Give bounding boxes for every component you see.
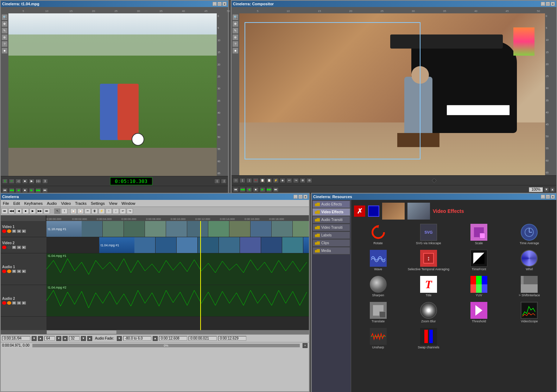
comp-p2-4[interactable]: ■ xyxy=(253,187,259,192)
resources-maximize-btn[interactable]: □ xyxy=(546,195,550,199)
video2-vol-btn[interactable]: ◂ xyxy=(17,246,21,249)
menu-tracks[interactable]: Tracks xyxy=(73,201,89,206)
hscroll-track[interactable] xyxy=(46,330,309,334)
source-btn-end[interactable]: ⟫ xyxy=(42,179,48,184)
tb-delete[interactable]: 🗑 xyxy=(91,208,98,214)
timeline-minimize-btn[interactable]: _ xyxy=(293,195,298,199)
effect-selective-item[interactable]: ↕ Selective Temporal Averaging xyxy=(404,248,452,272)
compositor-close-btn[interactable]: × xyxy=(551,2,555,6)
effect-threshold-item[interactable]: Threshold xyxy=(455,301,503,324)
menu-edit[interactable]: Edit xyxy=(11,201,22,206)
src-p2-5[interactable]: ▶ xyxy=(29,188,34,193)
src-p2-2[interactable]: ◀◀ xyxy=(9,188,14,193)
comp-p2-7[interactable]: ⏭ xyxy=(273,187,279,192)
comp-btn-1[interactable]: ⊙ xyxy=(233,178,239,183)
tb-prev[interactable]: ◀◀ xyxy=(8,208,15,214)
audio1-vol-btn[interactable]: ◂ xyxy=(17,270,21,273)
comp-btn-12[interactable]: ⊖ xyxy=(306,178,312,183)
res-hdr-blue-item[interactable] xyxy=(368,206,379,217)
comp-btn-4[interactable]: ✂ xyxy=(253,178,259,183)
tb-arrow-tool[interactable]: ↖ xyxy=(54,208,61,214)
effect-title-item[interactable]: T Title xyxy=(404,274,452,298)
tb-overwrite[interactable]: ↓ xyxy=(113,208,119,214)
effect-whirl-item[interactable]: Whirl xyxy=(505,248,553,272)
effect-timefront-item[interactable]: TimeFront xyxy=(455,248,503,272)
category-audio-effects[interactable]: Audio Effects xyxy=(312,201,350,208)
source-btn-play[interactable]: ▶ xyxy=(29,179,34,184)
comp-btn-7[interactable]: ⚡ xyxy=(273,178,279,183)
timeline-maximize-btn[interactable]: □ xyxy=(298,195,303,199)
video1-clip[interactable]: t1.18.mpg #1 xyxy=(46,221,309,237)
zoom2-up[interactable]: ▲ xyxy=(87,336,92,341)
effect-zoomblur-item[interactable]: Zoom Blur xyxy=(404,301,452,324)
tool-move[interactable]: ✥ xyxy=(1,21,8,27)
menu-video[interactable]: Video xyxy=(59,201,73,206)
menu-window[interactable]: Window xyxy=(119,201,137,206)
tool-extra[interactable]: ■ xyxy=(1,48,8,54)
tool-select[interactable]: ⊕ xyxy=(1,34,8,40)
effect-scale-item[interactable]: Scale xyxy=(455,222,503,246)
comp-tool-zoom[interactable]: 🔍 xyxy=(232,14,239,20)
tb-copy[interactable]: 📋 xyxy=(70,208,77,214)
audio1-clip[interactable]: t1.04.mpg #1 xyxy=(46,253,309,285)
duration-down[interactable]: ▼ xyxy=(32,336,37,341)
comp-tool-select[interactable]: ⊕ xyxy=(232,34,239,40)
tb-back[interactable]: ◀ xyxy=(15,208,22,214)
menu-keyframes[interactable]: Keyframes xyxy=(22,201,45,206)
video2-record-btn[interactable] xyxy=(2,246,6,249)
comp-tool-extra[interactable]: ■ xyxy=(232,48,239,54)
effect-translate-item[interactable]: Translate xyxy=(354,301,402,324)
resources-close-btn[interactable]: × xyxy=(551,195,555,199)
effect-timeavg-item[interactable]: Time Average xyxy=(505,222,553,246)
menu-settings[interactable]: Settings xyxy=(89,201,107,206)
comp-btn-9[interactable]: ↩ xyxy=(286,178,292,183)
video1-record-btn[interactable] xyxy=(2,229,6,233)
comp-btn-2[interactable]: ⌊ xyxy=(240,178,245,183)
comp-btn-8[interactable]: ◈ xyxy=(280,178,285,183)
res-hdr-preview1-item[interactable] xyxy=(382,203,405,220)
audio2-expand-btn[interactable]: ⊞ xyxy=(12,301,16,305)
comp-btn-11[interactable]: ⊕ xyxy=(300,178,305,183)
source-btn-frame-back[interactable]: ◁ xyxy=(15,179,21,184)
audio2-track-content[interactable]: t1.04.mpg #2 xyxy=(46,285,309,317)
fade-up[interactable]: ▲ xyxy=(153,336,158,341)
audio1-record-btn[interactable] xyxy=(2,270,6,273)
tb-ibeam-tool[interactable]: I xyxy=(61,208,68,214)
audio1-mute-btn[interactable] xyxy=(7,270,11,273)
effect-rotate-item[interactable]: Rotate xyxy=(354,222,402,246)
src-p2-1[interactable]: ⏮ xyxy=(2,188,8,193)
res-hdr-redx-item[interactable]: ✗ xyxy=(354,206,365,217)
effect-unsharp-item[interactable]: Unsharp xyxy=(354,327,402,350)
video1-track-content[interactable]: t1.18.mpg #1 xyxy=(46,221,309,237)
category-video-effects[interactable]: Video Effects xyxy=(312,208,350,216)
comp-p2-6[interactable]: ▶▶ xyxy=(266,187,272,192)
tb-stop[interactable]: ■ xyxy=(23,208,29,214)
video2-arrow-btn[interactable]: ▸ xyxy=(22,246,26,249)
tb-blade[interactable]: ⚡ xyxy=(99,208,105,214)
comp-btn-6[interactable]: 📋 xyxy=(266,178,272,183)
video2-expand-btn[interactable]: ⊞ xyxy=(12,246,16,249)
src-p2-4[interactable]: ■ xyxy=(22,188,28,193)
src-p2-7[interactable]: ⏭ xyxy=(42,188,48,193)
source-btn-mark-in[interactable]: ⌊ xyxy=(214,179,220,184)
tb-paste[interactable]: 📋 xyxy=(77,208,84,214)
source-btn-mark-out[interactable]: ⌋ xyxy=(221,179,227,184)
tool-zoom[interactable]: 🔍 xyxy=(1,14,8,20)
audio2-record-btn[interactable] xyxy=(2,301,6,305)
video1-expand-btn[interactable]: ⊞ xyxy=(12,229,16,233)
source-btn-prev[interactable]: ↩ xyxy=(9,179,14,184)
category-clips[interactable]: Clips xyxy=(312,239,350,247)
category-media[interactable]: Media xyxy=(312,247,350,254)
tb-cut[interactable]: ✂ xyxy=(84,208,91,214)
source-maximize-btn[interactable]: □ xyxy=(217,2,222,6)
menu-audio[interactable]: Audio xyxy=(45,201,59,206)
comp-p2-3[interactable]: ◀ xyxy=(246,187,252,192)
tb-fwd[interactable]: ▶▶ xyxy=(37,208,43,214)
audio1-track-content[interactable]: t1.04.mpg #1 xyxy=(46,253,309,285)
comp-zoom-up[interactable]: ▲ xyxy=(550,187,555,192)
resources-minimize-btn[interactable]: _ xyxy=(541,195,545,199)
category-video-trans[interactable]: Video Transiti xyxy=(312,224,350,231)
menu-view[interactable]: View xyxy=(107,201,120,206)
compositor-maximize-btn[interactable]: □ xyxy=(546,2,550,6)
comp-p2-1[interactable]: ⏮ xyxy=(233,187,239,192)
